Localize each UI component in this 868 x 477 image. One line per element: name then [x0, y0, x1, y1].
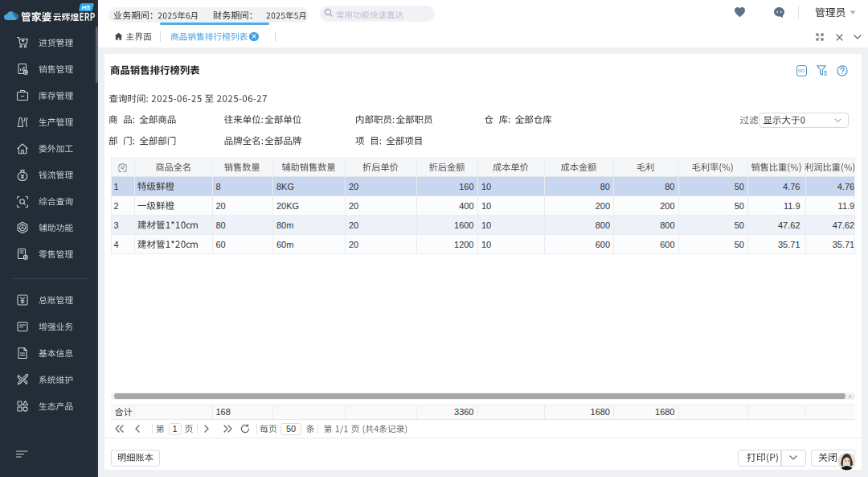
svg-text:NO.: NO. [798, 68, 805, 73]
